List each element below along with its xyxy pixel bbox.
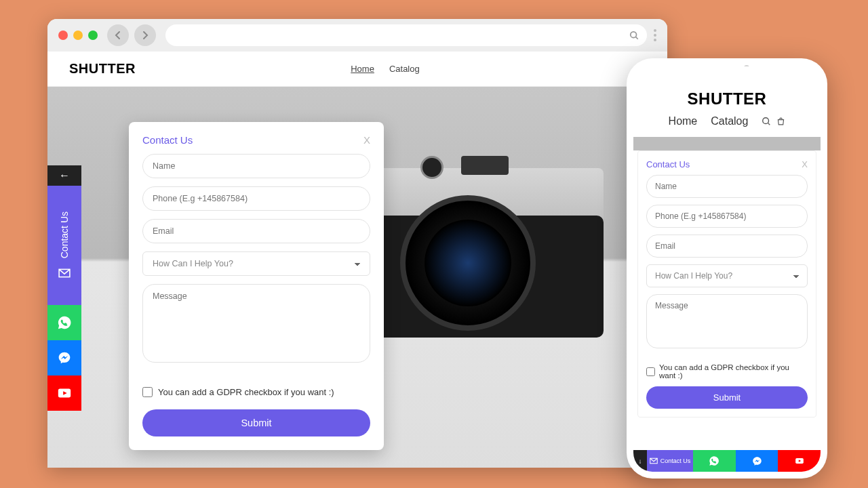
mobile-tab-whatsapp[interactable] [693, 450, 736, 472]
phone-screen: SHUTTER Home Catalog Contact Us X How Ca… [633, 66, 821, 472]
mail-icon [650, 457, 658, 465]
address-bar[interactable] [165, 24, 647, 46]
gdpr-row[interactable]: You can add a GDPR checkbox if you want … [142, 387, 370, 397]
nav-home[interactable]: Home [351, 64, 374, 74]
modal-title: Contact Us [142, 134, 193, 146]
mobile-modal-title: Contact Us [646, 159, 690, 169]
mobile-tab-youtube[interactable] [778, 450, 821, 472]
mobile-tab-contact[interactable]: Contact Us [647, 450, 693, 472]
browser-back-button[interactable] [107, 24, 129, 46]
browser-menu-icon[interactable] [654, 29, 656, 41]
side-contact-label: Contact Us [59, 211, 70, 258]
side-tab-rail: ← Contact Us [47, 165, 81, 411]
messenger-icon [752, 456, 762, 466]
side-tab-youtube[interactable] [47, 375, 81, 411]
site-nav: Home Catalog [351, 64, 420, 74]
side-collapse-button[interactable]: ← [47, 165, 81, 186]
search-icon [629, 30, 639, 40]
email-field[interactable] [142, 219, 370, 243]
mobile-nav: Home Catalog [633, 115, 821, 137]
maximize-window-icon[interactable] [88, 30, 98, 40]
site-header: SHUTTER Home Catalog [47, 52, 667, 87]
mobile-gdpr-label: You can add a GDPR checkbox if you want … [659, 363, 808, 380]
youtube-icon [57, 386, 72, 401]
mobile-contact-modal: Contact Us X How Can I Help You? You can… [637, 150, 816, 418]
mobile-gdpr-checkbox[interactable] [646, 367, 655, 376]
mobile-bag-icon[interactable] [776, 117, 785, 126]
svg-point-4 [763, 118, 769, 124]
whatsapp-icon [709, 455, 719, 466]
modal-close-button[interactable]: X [363, 134, 370, 146]
mobile-submit-button[interactable]: Submit [646, 386, 808, 409]
help-select[interactable]: How Can I Help You? [142, 251, 370, 276]
mobile-email-field[interactable] [646, 235, 808, 258]
mobile-gdpr-row[interactable]: You can add a GDPR checkbox if you want … [646, 363, 808, 380]
phone-mockup: SHUTTER Home Catalog Contact Us X How Ca… [627, 58, 827, 479]
youtube-icon [793, 456, 806, 466]
name-field[interactable] [142, 154, 370, 178]
mobile-hero [633, 137, 821, 150]
mobile-nav-catalog[interactable]: Catalog [711, 115, 748, 127]
minimize-window-icon[interactable] [73, 30, 83, 40]
mobile-phone-field[interactable] [646, 205, 808, 228]
mail-icon [58, 267, 71, 279]
phone-field[interactable] [142, 186, 370, 211]
mobile-logo: SHUTTER [633, 89, 821, 108]
side-tab-whatsapp[interactable] [47, 305, 81, 340]
message-field[interactable] [142, 284, 370, 363]
mobile-name-field[interactable] [646, 175, 808, 198]
gdpr-checkbox[interactable] [142, 387, 153, 397]
messenger-icon [58, 351, 71, 365]
nav-catalog[interactable]: Catalog [389, 64, 420, 74]
mobile-tab-bar: ↓ Contact Us [633, 450, 821, 472]
mobile-message-field[interactable] [646, 294, 808, 348]
submit-button[interactable]: Submit [142, 409, 370, 436]
browser-forward-button[interactable] [134, 24, 156, 46]
mobile-help-select[interactable]: How Can I Help You? [646, 264, 808, 287]
mobile-search-icon[interactable] [762, 117, 771, 126]
whatsapp-icon [57, 315, 72, 330]
contact-modal: Contact Us X How Can I Help You? You can… [129, 122, 384, 450]
desktop-browser-window: SHUTTER Home Catalog ← Contact Us [47, 19, 667, 468]
side-tab-contact[interactable]: Contact Us [47, 186, 81, 305]
mobile-tab-contact-label: Contact Us [660, 458, 691, 464]
traffic-lights [58, 30, 98, 40]
side-tab-messenger[interactable] [47, 340, 81, 375]
mobile-nav-home[interactable]: Home [669, 115, 698, 127]
gdpr-label: You can add a GDPR checkbox if you want … [158, 387, 334, 397]
close-window-icon[interactable] [58, 30, 68, 40]
browser-chrome [47, 19, 667, 52]
mobile-modal-close[interactable]: X [802, 159, 808, 169]
site-logo: SHUTTER [69, 61, 136, 77]
mobile-tab-collapse[interactable]: ↓ [633, 450, 647, 472]
mobile-tab-messenger[interactable] [736, 450, 778, 472]
